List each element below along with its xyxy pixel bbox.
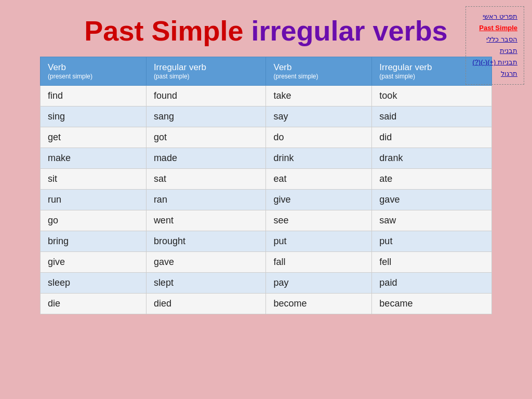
- table-cell: ran: [146, 190, 266, 210]
- table-cell: give: [266, 190, 372, 210]
- table-cell: saw: [372, 210, 492, 231]
- title-red-part: Past Simple: [84, 15, 243, 46]
- table-row: findfoundtaketook: [41, 86, 492, 107]
- table-cell: gave: [146, 252, 266, 273]
- table-cell: gave: [372, 190, 492, 210]
- table-row: sitsateatate: [41, 169, 492, 190]
- table-cell: make: [41, 148, 147, 169]
- table-body: findfoundtaketooksingsangsaysaidgetgotdo…: [41, 86, 492, 314]
- table-cell: ate: [372, 169, 492, 190]
- table-cell: drank: [372, 148, 492, 169]
- irregular-verbs-table: Verb(present simple)Irregular verb(past …: [40, 57, 492, 314]
- table-cell: put: [266, 231, 372, 252]
- table-cell: found: [146, 86, 266, 107]
- table-row: makemadedrinkdrank: [41, 148, 492, 169]
- page-title: Past Simple irregular verbs: [84, 16, 447, 46]
- table-cell: die: [41, 294, 147, 314]
- table-cell: took: [372, 86, 492, 107]
- table-cell: take: [266, 86, 372, 107]
- table-header: Verb(present simple)Irregular verb(past …: [41, 57, 492, 86]
- table-cell: find: [41, 86, 147, 107]
- table-cell: eat: [266, 169, 372, 190]
- table-row: diediedbecomebecame: [41, 294, 492, 314]
- table-cell: sleep: [41, 273, 147, 294]
- table-cell: sat: [146, 169, 266, 190]
- table-cell: run: [41, 190, 147, 210]
- table-cell: see: [266, 210, 372, 231]
- table-row: givegavefallfell: [41, 252, 492, 273]
- table-cell: do: [266, 127, 372, 148]
- table-row: bringbroughtputput: [41, 231, 492, 252]
- table-cell: brought: [146, 231, 266, 252]
- table-cell: go: [41, 210, 147, 231]
- verb-table-container: Verb(present simple)Irregular verb(past …: [40, 57, 492, 314]
- table-cell: became: [372, 294, 492, 314]
- table-row: gowentseesaw: [41, 210, 492, 231]
- table-cell: get: [41, 127, 147, 148]
- title-purple-part: irregular verbs: [243, 15, 447, 46]
- table-cell: did: [372, 127, 492, 148]
- table-col-header: Verb(present simple): [266, 57, 372, 86]
- table-cell: went: [146, 210, 266, 231]
- table-row: sleepsleptpaypaid: [41, 273, 492, 294]
- table-cell: fall: [266, 252, 372, 273]
- table-row: singsangsaysaid: [41, 107, 492, 127]
- table-cell: put: [372, 231, 492, 252]
- table-cell: sing: [41, 107, 147, 127]
- table-cell: pay: [266, 273, 372, 294]
- table-col-header: Irregular verb(past simple): [146, 57, 266, 86]
- nav-box: תפריט ראשיPast Simpleהסבר כלליתבניתתבניו…: [466, 6, 524, 85]
- table-cell: paid: [372, 273, 492, 294]
- table-cell: died: [146, 294, 266, 314]
- table-row: getgotdodid: [41, 127, 492, 148]
- table-cell: made: [146, 148, 266, 169]
- table-cell: say: [266, 107, 372, 127]
- table-cell: slept: [146, 273, 266, 294]
- table-cell: become: [266, 294, 372, 314]
- table-cell: got: [146, 127, 266, 148]
- table-cell: drink: [266, 148, 372, 169]
- table-col-header: Verb(present simple): [41, 57, 147, 86]
- table-row: runrangivegave: [41, 190, 492, 210]
- table-cell: sit: [41, 169, 147, 190]
- table-cell: bring: [41, 231, 147, 252]
- table-cell: fell: [372, 252, 492, 273]
- table-cell: said: [372, 107, 492, 127]
- table-cell: sang: [146, 107, 266, 127]
- table-cell: give: [41, 252, 147, 273]
